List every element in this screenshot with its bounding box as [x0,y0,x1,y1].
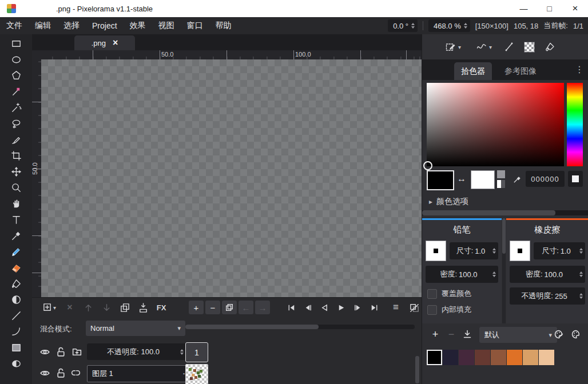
move-layer-up-button[interactable] [80,300,96,315]
layer-fx-button[interactable]: FX [153,300,169,315]
rotation-spinner[interactable] [411,23,415,29]
tool-elliptical-selection[interactable] [3,52,29,67]
move-frame-left-button[interactable]: ← [239,301,253,314]
marquee-mode-dropdown[interactable]: ▾ [445,39,461,54]
onion-skinning-button[interactable] [406,300,422,315]
tool-shading[interactable] [3,292,29,307]
scrollbar-thumb[interactable] [422,210,555,215]
previous-frame-button[interactable] [300,301,316,314]
close-button[interactable]: × [562,0,588,17]
go-to-last-frame-button[interactable] [367,301,382,314]
palette-swatch-2[interactable] [459,350,474,365]
pencil-brush-button[interactable] [426,241,446,261]
tool-color-picker[interactable] [3,228,29,243]
palette-swatch-1[interactable] [443,350,458,365]
tool-paint-selection[interactable] [3,132,29,147]
wave-mode-dropdown[interactable]: ▾ [476,39,492,54]
timeline-settings-button[interactable]: ≡ [388,300,404,315]
palette-settings-button[interactable] [569,327,583,342]
zoom-spinner[interactable] [464,23,467,29]
color-options-expander[interactable]: ▸ 颜色选项 [429,197,468,207]
tool-select-by-color[interactable] [3,84,29,99]
tab-color-picker[interactable]: 拾色器 [454,62,492,80]
overwrite-color-checkbox[interactable] [427,289,437,299]
menu-window[interactable]: 窗口 [181,17,209,34]
eraser-density-spinbox[interactable]: 密度: 100.0 [510,266,585,283]
swap-colors-button[interactable]: ↔ [455,171,468,186]
timeline-horizontal-scrollbar[interactable] [185,325,415,329]
clone-layer-button[interactable] [117,300,133,315]
menu-project[interactable]: Project [86,17,124,34]
cel-thumbnail[interactable] [185,364,208,384]
tool-rectangular-selection[interactable] [3,36,29,51]
tab-close-icon[interactable]: × [113,38,118,47]
eyedropper-button[interactable] [510,171,524,186]
tool-ellipse[interactable] [3,356,29,371]
layer1-link-cels-button[interactable] [67,365,84,380]
palette-swatch-5[interactable] [507,350,522,365]
hex-color-input[interactable]: 000000 [526,171,565,187]
tool-crop[interactable] [3,148,29,163]
tool-panel-scrollbar[interactable] [502,218,506,323]
density-spinner[interactable] [492,271,496,277]
layer-name-field[interactable]: 图层 1 ▪ [87,365,190,382]
panel-menu-kebab-icon[interactable]: ⋮ [575,64,584,75]
maximize-button[interactable]: □ [537,0,562,17]
next-frame-button[interactable] [350,301,365,314]
menu-view[interactable]: 视图 [152,17,181,34]
tool-rectangle[interactable] [3,340,29,355]
tab-reference-images[interactable]: 参考图像 [498,62,543,80]
palette-select-dropdown[interactable]: 默认 ▾ [479,327,557,343]
opacity-spinner[interactable] [579,293,583,299]
blend-mode-dropdown[interactable]: Normal ▾ [86,321,185,336]
remove-frame-button[interactable]: − [205,301,220,314]
vertical-ruler[interactable]: 50.0 [32,59,41,297]
tool-pan[interactable] [3,196,29,211]
reset-default-colors-button[interactable] [497,170,507,188]
scrollbar-thumb[interactable] [185,325,319,329]
add-palette-button[interactable]: + [428,327,443,342]
frame-1-header[interactable]: 1 [185,342,208,362]
transparency-checker-button[interactable] [524,39,535,54]
density-spinner[interactable] [579,271,583,277]
eraser-opacity-spinbox[interactable]: 不透明度: 255 [510,287,585,305]
color-selection-ring[interactable] [423,161,432,170]
fill-inside-checkbox[interactable] [427,305,437,315]
tool-curve[interactable] [3,324,29,339]
horizontal-ruler[interactable]: 50.0 100.0 [41,50,422,59]
color-mode-button[interactable] [568,171,583,187]
layer-opacity-spinbox[interactable]: 不透明度: 100.0 [87,343,186,360]
eraser-brush-button[interactable] [510,241,530,261]
clone-frame-button[interactable] [222,301,237,314]
move-frame-right-button[interactable]: → [255,301,270,314]
play-forward-button[interactable] [333,301,349,314]
hue-slider[interactable] [567,83,583,166]
primary-color-swatch[interactable] [427,170,454,190]
tool-zoom[interactable] [3,180,29,195]
tool-eraser[interactable] [3,260,29,275]
bucket-fill-button[interactable] [545,39,556,54]
palette-swatch-7[interactable] [539,350,554,365]
size-spinner[interactable] [492,248,496,254]
new-layer-group-button[interactable] [69,344,85,359]
saturation-value-picker[interactable] [427,83,564,166]
size-spinner[interactable] [579,248,583,254]
rotation-spinbox[interactable]: 0.0 ° [388,19,418,32]
tab-png[interactable]: .png × [74,35,135,50]
tool-lasso[interactable] [3,116,29,131]
edit-palette-button[interactable] [551,327,566,342]
play-backwards-button[interactable] [317,301,332,314]
opacity-spinner[interactable] [180,349,184,355]
eraser-size-spinbox[interactable]: 尺寸: 1.0 [534,242,585,259]
remove-palette-button[interactable]: − [444,327,459,342]
import-palette-button[interactable] [460,327,475,342]
secondary-color-swatch[interactable] [471,170,495,189]
tool-move[interactable] [3,164,29,179]
tool-line[interactable] [3,308,29,323]
add-frame-button[interactable]: + [189,301,204,314]
palette-swatch-0[interactable] [427,350,442,365]
dynamics-button[interactable] [503,39,515,54]
layer-visibility-button[interactable] [37,344,53,359]
tool-text[interactable] [3,212,29,227]
merge-down-button[interactable] [135,300,151,315]
